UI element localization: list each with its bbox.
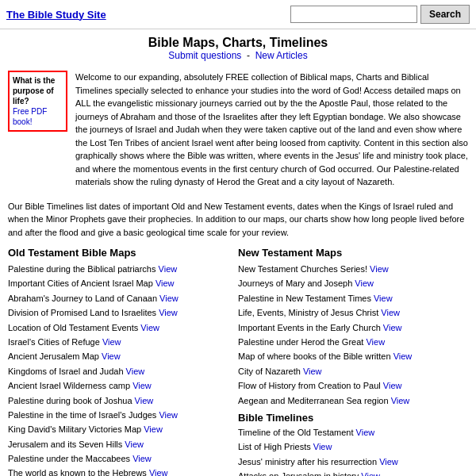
view-link[interactable]: View	[379, 457, 398, 466]
view-link[interactable]: View	[355, 278, 374, 288]
list-item: Division of Promised Land to Israelites …	[8, 307, 238, 319]
view-link[interactable]: View	[155, 278, 175, 288]
list-item: Map of where books of the Bible written …	[238, 351, 468, 363]
search-form: Search	[290, 5, 470, 24]
site-title-link[interactable]: The Bible Study Site	[6, 9, 106, 21]
view-link[interactable]: View	[303, 367, 322, 376]
view-link[interactable]: View	[159, 308, 178, 317]
submit-questions-link[interactable]: Submit questions	[168, 50, 241, 61]
view-link[interactable]: View	[126, 367, 145, 376]
second-paragraph: Our Bible Timelines list dates of import…	[0, 195, 476, 244]
sidebar-line2: purpose of life?	[13, 86, 63, 106]
view-link[interactable]: View	[370, 264, 389, 274]
list-item: Journeys of Mary and Joseph View	[238, 278, 468, 290]
header: The Bible Study Site Search	[0, 0, 476, 29]
view-link[interactable]: View	[356, 428, 375, 437]
search-button[interactable]: Search	[420, 5, 470, 24]
list-item: Ancient Israel Wilderness camp View	[8, 380, 238, 392]
list-item: Jesus' ministry after his resurrection V…	[238, 456, 468, 468]
left-column: Old Testament Bible Maps Palestine durin…	[8, 247, 238, 476]
list-item: Location of Old Testament Events View	[8, 322, 238, 334]
view-link[interactable]: View	[393, 351, 413, 361]
search-input[interactable]	[290, 6, 417, 23]
list-item: Palestine under the Maccabees View	[8, 453, 238, 465]
list-item: Palestine during book of Joshua View	[8, 395, 238, 407]
view-link[interactable]: View	[313, 442, 332, 451]
sidebar-free-pdf-link[interactable]: Free PDF book!	[13, 107, 47, 126]
list-item: New Testament Churches Series! View	[238, 263, 468, 275]
view-link[interactable]: View	[361, 471, 380, 476]
right-col-sub-header: Bible Timelines	[238, 412, 468, 424]
view-link[interactable]: View	[132, 454, 152, 463]
left-col-header: Old Testament Bible Maps	[8, 247, 238, 259]
view-link[interactable]: View	[144, 424, 163, 434]
list-item: Important Cities of Ancient Israel Map V…	[8, 278, 238, 290]
view-link[interactable]: View	[383, 323, 402, 332]
view-link[interactable]: View	[132, 381, 152, 390]
columns-section: Old Testament Bible Maps Palestine durin…	[0, 244, 476, 476]
view-link[interactable]: View	[125, 440, 144, 449]
list-item: Attacks on Jerusalem in history View	[238, 470, 468, 476]
list-item: Palestine in the time of Israel's Judges…	[8, 409, 238, 421]
list-item: King David's Military Victories Map View	[8, 424, 238, 436]
site-title[interactable]: The Bible Study Site	[6, 9, 106, 21]
list-item: Life, Events, Ministry of Jesus Christ V…	[238, 307, 468, 319]
right-col-items: New Testament Churches Series! ViewJourn…	[238, 263, 468, 407]
list-item: Abraham's Journey to Land of Canaan View	[8, 293, 238, 305]
view-link[interactable]: View	[383, 381, 402, 390]
new-articles-link[interactable]: New Articles	[255, 50, 308, 61]
list-item: The world as known to the Hebrews View	[8, 467, 238, 476]
intro-text: Welcome to our expanding, absolutely FRE…	[75, 71, 468, 189]
list-item: Kingdoms of Israel and Judah View	[8, 366, 238, 378]
view-link[interactable]: View	[159, 294, 178, 303]
list-item: Palestine during the Biblical patriarchs…	[8, 263, 238, 275]
list-item: Timeline of the Old Testament View	[238, 427, 468, 439]
sidebar-box: What is the purpose of life? Free PDF bo…	[8, 71, 67, 132]
list-item: Important Events in the Early Church Vie…	[238, 322, 468, 334]
list-item: Israel's Cities of Refuge View	[8, 336, 238, 348]
page-title: Bible Maps, Charts, Timelines	[0, 36, 476, 50]
page-subtitle: Submit questions - New Articles	[0, 50, 476, 61]
view-link[interactable]: View	[149, 468, 168, 476]
view-link[interactable]: View	[366, 337, 385, 347]
page-title-section: Bible Maps, Charts, Timelines Submit que…	[0, 29, 476, 64]
view-link[interactable]: View	[135, 396, 154, 405]
list-item: Jerusalem and its Seven Hills View	[8, 439, 238, 451]
right-col-sub-items: Timeline of the Old Testament ViewList o…	[238, 427, 468, 476]
list-item: Palestine under Herod the Great View	[238, 336, 468, 348]
right-column: New Testament Maps New Testament Churche…	[238, 247, 468, 476]
list-item: Aegean and Mediterranean Sea region View	[238, 395, 468, 407]
right-col-header: New Testament Maps	[238, 247, 468, 259]
view-link[interactable]: View	[374, 294, 393, 303]
sidebar-line1: What is the	[13, 75, 63, 86]
list-item: Ancient Jerusalem Map View	[8, 351, 238, 363]
view-link[interactable]: View	[102, 337, 121, 347]
main-content: What is the purpose of life? Free PDF bo…	[0, 64, 476, 195]
view-link[interactable]: View	[159, 410, 178, 420]
list-item: City of Nazareth View	[238, 366, 468, 378]
list-item: Palestine in New Testament Times View	[238, 293, 468, 305]
view-link[interactable]: View	[381, 308, 400, 317]
list-item: Flow of History from Creation to Paul Vi…	[238, 380, 468, 392]
list-item: List of High Priests View	[238, 441, 468, 453]
view-link[interactable]: View	[102, 351, 121, 361]
view-link[interactable]: View	[140, 323, 159, 332]
view-link[interactable]: View	[159, 264, 178, 274]
left-col-items: Palestine during the Biblical patriarchs…	[8, 263, 238, 476]
view-link[interactable]: View	[391, 396, 410, 405]
